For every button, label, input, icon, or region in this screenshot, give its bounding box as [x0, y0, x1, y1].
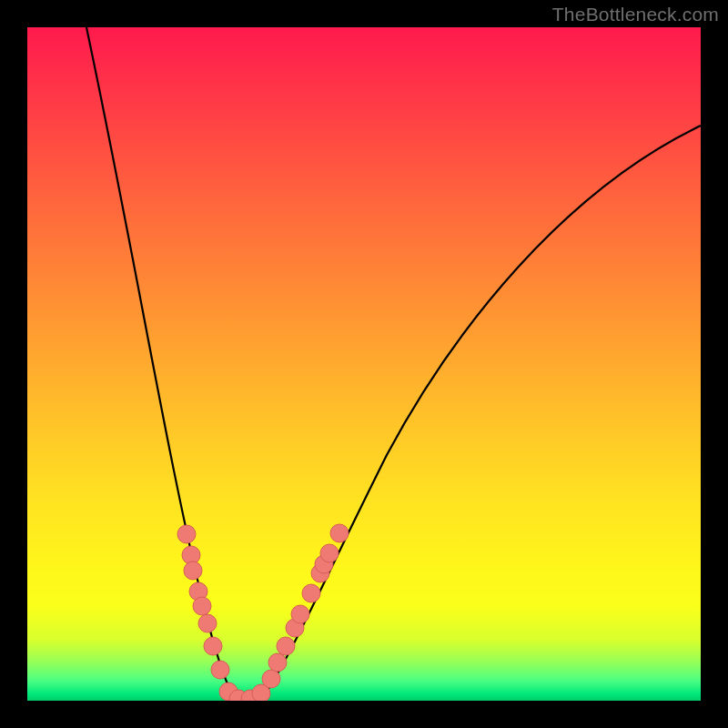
bottleneck-curve [86, 27, 701, 701]
chart-stage: TheBottleneck.com [0, 0, 728, 728]
marker-layer [177, 524, 349, 701]
marker-dot [302, 584, 320, 602]
plot-area [27, 27, 701, 701]
marker-dot [320, 544, 339, 562]
marker-dot [277, 637, 295, 655]
marker-dot [204, 637, 222, 655]
marker-dot [330, 524, 349, 542]
marker-dot [193, 597, 211, 615]
marker-dot [291, 605, 309, 623]
marker-dot [262, 670, 280, 688]
chart-svg [27, 27, 701, 701]
marker-dot [184, 561, 202, 580]
marker-dot [198, 614, 217, 632]
marker-dot [177, 525, 196, 543]
marker-dot [211, 661, 229, 679]
watermark-text: TheBottleneck.com [552, 4, 719, 25]
marker-dot [268, 653, 287, 672]
